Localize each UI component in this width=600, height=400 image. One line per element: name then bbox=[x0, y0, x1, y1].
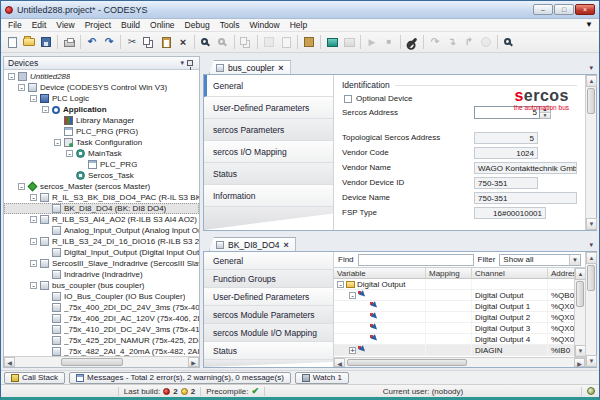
tree-item[interactable]: - bus_coupler (bus coupler) bbox=[4, 280, 199, 291]
new-file-icon[interactable] bbox=[4, 34, 20, 50]
scrollbar-thumb[interactable] bbox=[587, 88, 595, 114]
tools-icon[interactable] bbox=[404, 34, 420, 50]
expander-icon[interactable] bbox=[42, 315, 49, 322]
expander-icon[interactable]: - bbox=[337, 281, 344, 288]
expander-icon[interactable]: - bbox=[30, 95, 37, 102]
build-icon[interactable] bbox=[301, 34, 317, 50]
column-channel[interactable]: Channel bbox=[472, 268, 548, 278]
title-bar[interactable]: Untitled288.project* - CODESYS – □ × bbox=[1, 1, 599, 19]
expander-icon[interactable]: - bbox=[42, 106, 49, 113]
expander-icon[interactable]: + bbox=[349, 347, 356, 354]
menu-item[interactable]: Edit bbox=[27, 20, 52, 30]
tree-item[interactable]: _75x_400_2DI_DC_24V_3ms (75x-400, 2DI, D… bbox=[4, 302, 199, 313]
tool-window-tab[interactable]: Watch 1 bbox=[295, 372, 349, 384]
side-tab[interactable]: User-Defined Parameters bbox=[204, 97, 333, 119]
scrollbar-thumb[interactable] bbox=[576, 281, 584, 307]
undo-icon[interactable]: ↶ bbox=[84, 34, 100, 50]
side-tab[interactable]: Status bbox=[204, 342, 333, 360]
column-mapping[interactable]: Mapping bbox=[426, 268, 472, 278]
magnifier-icon[interactable] bbox=[501, 34, 517, 50]
menu-item[interactable]: File bbox=[3, 20, 27, 30]
tree-item[interactable]: PLC_PRG (PRG) bbox=[4, 126, 199, 137]
delete-icon[interactable]: × bbox=[175, 34, 191, 50]
side-tab[interactable]: sercos Module Parameters bbox=[204, 306, 333, 324]
table-horizontal-scrollbar[interactable]: ◀ ▶ bbox=[334, 357, 585, 367]
print-icon[interactable] bbox=[61, 34, 77, 50]
expander-icon[interactable]: - bbox=[30, 194, 37, 201]
menu-item[interactable]: Project bbox=[80, 20, 116, 30]
expander-icon[interactable] bbox=[42, 293, 49, 300]
close-tab-icon[interactable]: × bbox=[284, 241, 289, 249]
scroll-up-icon[interactable]: ▲ bbox=[586, 75, 597, 87]
copy-icon[interactable] bbox=[141, 34, 157, 50]
tree-item[interactable]: - Untitled288 bbox=[4, 71, 199, 82]
menu-item[interactable]: Debug bbox=[180, 20, 215, 30]
expander-icon[interactable] bbox=[54, 117, 61, 124]
chevron-down-icon[interactable]: ▼ bbox=[569, 255, 580, 265]
stop-icon[interactable]: ■ bbox=[381, 34, 397, 50]
find-input[interactable] bbox=[358, 254, 474, 266]
table-row[interactable]: + DIAGIN %IB0 BYTE bbox=[334, 345, 574, 356]
expander-icon[interactable] bbox=[361, 303, 368, 310]
side-tab[interactable]: General bbox=[204, 252, 333, 270]
menu-item[interactable]: Help bbox=[285, 20, 312, 30]
tree-item[interactable]: - R_ILB_S3_24_DI_16_DIO16 (R-ILB S3 24 D… bbox=[4, 236, 199, 247]
menu-item[interactable]: Online bbox=[145, 20, 180, 30]
table-row[interactable]: - Digital Output %QB0 BYTE bbox=[334, 290, 574, 301]
side-tab[interactable]: sercos Parameters bbox=[204, 119, 333, 141]
devices-panel-header[interactable]: Devices ▾ bbox=[4, 57, 199, 70]
pin-icon[interactable] bbox=[187, 60, 193, 66]
redo-icon[interactable]: ↷ bbox=[101, 34, 117, 50]
expander-icon[interactable] bbox=[42, 205, 49, 212]
scroll-left-icon[interactable]: ◀ bbox=[334, 358, 345, 367]
tree-item[interactable]: Sercos_Task bbox=[4, 170, 199, 181]
tree-item[interactable]: IO_Bus_Coupler (IO Bus Coupler) bbox=[4, 291, 199, 302]
column-variable[interactable]: Variable bbox=[334, 268, 426, 278]
optional-device-checkbox[interactable] bbox=[344, 95, 352, 103]
expander-icon[interactable] bbox=[42, 271, 49, 278]
toolbar-overflow-icon[interactable]: ▼ bbox=[585, 20, 593, 29]
open-project-icon[interactable] bbox=[21, 34, 37, 50]
column-address[interactable]: Address bbox=[548, 268, 574, 278]
step-over-icon[interactable]: ↷ bbox=[427, 34, 443, 50]
find-next-icon[interactable] bbox=[215, 34, 231, 50]
scroll-down-icon[interactable]: ▼ bbox=[586, 355, 597, 367]
chevron-down-icon[interactable]: ▾ bbox=[180, 59, 184, 67]
close-tab-icon[interactable]: × bbox=[278, 64, 283, 72]
tree-item[interactable]: - sercos_Master (sercos Master) bbox=[4, 181, 199, 192]
table-vertical-scrollbar[interactable]: ▲ ▼ bbox=[574, 268, 585, 357]
expander-icon[interactable] bbox=[361, 325, 368, 332]
tree-item[interactable]: - R_IL_S3_BK_DI8_DO4_PAC (R-IL S3 BK DI8… bbox=[4, 192, 199, 203]
filter-select[interactable]: Show all ▼ bbox=[499, 254, 581, 266]
find-icon[interactable] bbox=[198, 34, 214, 50]
side-tab[interactable]: User-Defined Parameters bbox=[204, 288, 333, 306]
export-icon[interactable] bbox=[261, 34, 277, 50]
scroll-left-icon[interactable]: ◀ bbox=[4, 357, 15, 367]
expander-icon[interactable]: - bbox=[30, 238, 37, 245]
tree-item[interactable]: Indradrive (Indradrive) bbox=[4, 269, 199, 280]
tree-item[interactable]: - PLC Logic bbox=[4, 93, 199, 104]
side-tab[interactable]: Status bbox=[204, 163, 333, 185]
tree-item[interactable]: Analog_Input_Output (Analog Input Output… bbox=[4, 225, 199, 236]
tree-item[interactable]: BK_DI8_DO4 (BK: DI8 DO4) bbox=[4, 203, 199, 214]
scroll-down-icon[interactable]: ▼ bbox=[586, 218, 597, 230]
tree-item[interactable]: _75x_406_2DI_AC_120V (75x-406, 2DI, AC 1… bbox=[4, 313, 199, 324]
expander-icon[interactable]: - bbox=[54, 139, 61, 146]
expander-icon[interactable] bbox=[361, 314, 368, 321]
tree-item[interactable]: - Application bbox=[4, 104, 199, 115]
table-row[interactable]: Digital Output 3 %QX0.2 BOOL bbox=[334, 323, 574, 334]
table-header[interactable]: Variable Mapping Channel Address Type Un… bbox=[334, 268, 574, 279]
table-row[interactable]: Digital Output 1 %QX0.0 BOOL bbox=[334, 301, 574, 312]
table-row[interactable]: Digital Output 4 %QX0.3 BOOL bbox=[334, 334, 574, 345]
expander-icon[interactable] bbox=[54, 128, 61, 135]
scrollbar-thumb[interactable] bbox=[61, 358, 123, 366]
side-tab[interactable]: General bbox=[204, 75, 333, 97]
refactor-icon[interactable] bbox=[278, 34, 294, 50]
step-into-icon[interactable]: ↴ bbox=[444, 34, 460, 50]
tree-item[interactable]: - MainTask bbox=[4, 148, 199, 159]
start-icon[interactable]: ▶ bbox=[364, 34, 380, 50]
expander-icon[interactable] bbox=[42, 304, 49, 311]
step-out-icon[interactable]: ↱ bbox=[461, 34, 477, 50]
user-profile-icon[interactable] bbox=[587, 387, 595, 395]
panel-vertical-scrollbar[interactable]: ▲ ▼ bbox=[585, 252, 596, 367]
